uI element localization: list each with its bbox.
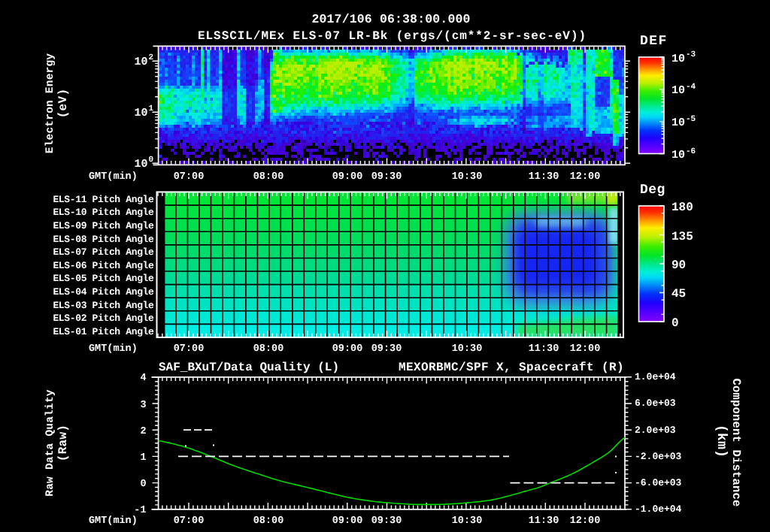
svg-text:12:00: 12:00 — [570, 171, 601, 183]
svg-text:135: 135 — [671, 230, 693, 243]
svg-text:ELS-06 Pitch Angle: ELS-06 Pitch Angle — [53, 260, 154, 271]
svg-text:(eV): (eV) — [56, 89, 70, 119]
svg-text:11:30: 11:30 — [529, 171, 559, 183]
svg-text:-4: -4 — [686, 83, 696, 92]
svg-text:Electron Energy: Electron Energy — [44, 53, 56, 154]
svg-text:10: 10 — [671, 53, 685, 65]
svg-text:(Raw): (Raw) — [56, 425, 70, 462]
svg-text:ELS-10 Pitch Angle: ELS-10 Pitch Angle — [53, 207, 154, 218]
svg-text:1: 1 — [149, 104, 154, 113]
svg-text:1.0e+04: 1.0e+04 — [635, 371, 676, 382]
svg-text:-6: -6 — [686, 147, 696, 156]
svg-text:ELS-11 Pitch Angle: ELS-11 Pitch Angle — [53, 194, 154, 205]
svg-text:3: 3 — [140, 400, 146, 411]
svg-text:ELS-09 Pitch Angle: ELS-09 Pitch Angle — [53, 220, 154, 231]
svg-text:Component Distance: Component Distance — [729, 378, 743, 506]
svg-text:2.0e+03: 2.0e+03 — [635, 425, 676, 436]
svg-text:Deg: Deg — [640, 183, 665, 198]
svg-text:07:00: 07:00 — [174, 171, 205, 183]
svg-text:(km): (km) — [714, 425, 729, 458]
svg-text:10:30: 10:30 — [452, 515, 483, 527]
svg-text:6.0e+03: 6.0e+03 — [635, 397, 676, 409]
svg-text:11:30: 11:30 — [529, 515, 559, 527]
svg-text:ELS-07 Pitch Angle: ELS-07 Pitch Angle — [53, 246, 154, 258]
svg-text:ELS-05 Pitch Angle: ELS-05 Pitch Angle — [53, 273, 154, 284]
svg-text:0: 0 — [671, 316, 679, 330]
svg-text:12:00: 12:00 — [570, 515, 601, 527]
svg-text:10: 10 — [134, 107, 147, 119]
svg-text:GMT(min): GMT(min) — [89, 515, 138, 527]
svg-text:0: 0 — [140, 479, 146, 490]
svg-text:2: 2 — [149, 53, 154, 62]
svg-text:09:30: 09:30 — [371, 515, 402, 527]
svg-text:1: 1 — [140, 452, 146, 464]
svg-text:09:00: 09:00 — [332, 171, 363, 183]
svg-text:-6.0e+03: -6.0e+03 — [635, 477, 682, 488]
svg-text:4: 4 — [140, 373, 146, 384]
svg-text:08:00: 08:00 — [253, 343, 284, 355]
svg-text:10: 10 — [134, 158, 147, 171]
svg-text:-3: -3 — [686, 50, 696, 59]
svg-text:-1: -1 — [134, 505, 146, 516]
svg-text:90: 90 — [671, 258, 686, 272]
svg-text:ELS-02 Pitch Angle: ELS-02 Pitch Angle — [53, 313, 154, 324]
svg-text:11:30: 11:30 — [529, 343, 559, 355]
svg-text:07:00: 07:00 — [174, 343, 205, 355]
svg-text:07:00: 07:00 — [174, 515, 205, 527]
svg-text:DEF: DEF — [640, 34, 668, 49]
svg-text:10:30: 10:30 — [452, 171, 483, 183]
svg-text:ELS-01 Pitch Angle: ELS-01 Pitch Angle — [53, 326, 154, 337]
svg-text:10: 10 — [671, 149, 685, 162]
svg-text:ELSSCIL/MEx ELS-07 LR-Bk (erg: ELSSCIL/MEx ELS-07 LR-Bk (ergs/(cm**2-sr… — [198, 29, 587, 43]
svg-text:09:00: 09:00 — [332, 515, 363, 527]
svg-text:0: 0 — [149, 156, 154, 165]
svg-text:GMT(min): GMT(min) — [89, 171, 138, 183]
svg-text:2017/106 06:38:00.000: 2017/106 06:38:00.000 — [311, 12, 470, 26]
svg-text:Raw Data Quality: Raw Data Quality — [44, 389, 56, 497]
svg-text:10:30: 10:30 — [452, 343, 483, 355]
svg-text:ELS-03 Pitch Angle: ELS-03 Pitch Angle — [53, 300, 154, 311]
svg-text:09:30: 09:30 — [371, 171, 402, 183]
svg-text:ELS-08 Pitch Angle: ELS-08 Pitch Angle — [53, 234, 154, 245]
svg-text:SAF_BXuT/Data Quality (L): SAF_BXuT/Data Quality (L) — [159, 361, 339, 374]
svg-text:10: 10 — [671, 84, 685, 97]
svg-text:08:00: 08:00 — [253, 171, 284, 183]
svg-text:-1.0e+04: -1.0e+04 — [635, 503, 682, 515]
svg-text:09:30: 09:30 — [371, 343, 402, 355]
svg-text:2: 2 — [140, 426, 146, 437]
svg-text:10: 10 — [134, 56, 147, 68]
svg-text:10: 10 — [671, 116, 685, 129]
svg-text:09:00: 09:00 — [332, 343, 363, 355]
svg-text:-5: -5 — [686, 115, 696, 124]
svg-text:12:00: 12:00 — [570, 343, 601, 355]
svg-text:08:00: 08:00 — [253, 515, 284, 527]
svg-text:45: 45 — [671, 287, 686, 301]
svg-text:180: 180 — [671, 201, 693, 214]
svg-text:ELS-04 Pitch Angle: ELS-04 Pitch Angle — [53, 286, 154, 298]
svg-text:GMT(min): GMT(min) — [89, 343, 138, 355]
svg-text:MEXORBMC/SPF X, Spacecraft (R): MEXORBMC/SPF X, Spacecraft (R) — [399, 361, 624, 374]
svg-text:-2.0e+03: -2.0e+03 — [635, 451, 682, 462]
